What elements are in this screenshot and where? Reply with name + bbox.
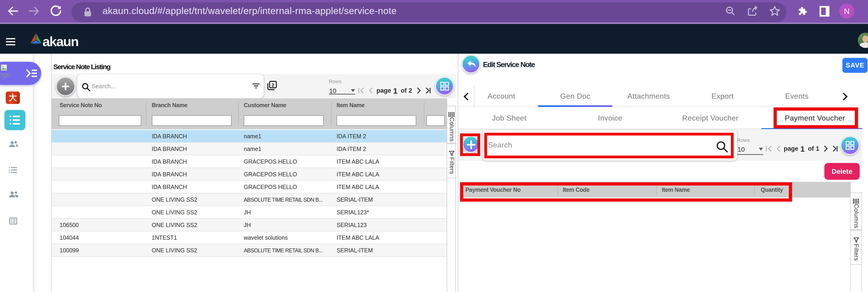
svg-text:2: 2 bbox=[272, 82, 275, 87]
